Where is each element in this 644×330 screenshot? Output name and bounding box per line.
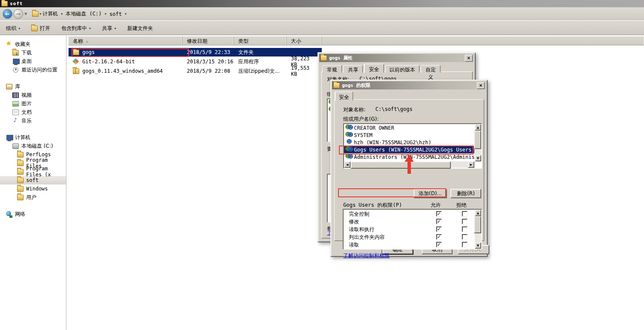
- sidebar-item-视频[interactable]: 视频: [0, 91, 66, 99]
- learn-acl-link[interactable]: 了解访问控制和权限: [343, 252, 389, 259]
- table-row-gogs_0.11.43_windows_amd64[interactable]: gogs_0.11.43_windows_amd642018/5/9 22:08…: [69, 67, 322, 75]
- scrollbar-thumb[interactable]: [474, 131, 481, 149]
- toolbar-item-3[interactable]: 共享▾: [102, 25, 116, 32]
- tab-安全[interactable]: 安全: [364, 64, 384, 73]
- close-icon[interactable]: ×: [465, 55, 473, 62]
- permission-row-完全控制: 完全控制✓: [344, 210, 474, 218]
- disk-icon: [12, 143, 19, 149]
- permission-entries-listbox: 完全控制✓修改✓读取和执行✓列出文件夹内容✓读取✓ ▲ ▼: [343, 209, 482, 250]
- allow-checkbox[interactable]: ✓: [436, 219, 442, 224]
- properties-dialog-titlebar[interactable]: gogs 属性: [319, 54, 474, 62]
- deny-checkbox[interactable]: [462, 219, 467, 224]
- sidebar-item-本地磁盘 (C:)[interactable]: 本地磁盘 (C:): [0, 142, 66, 150]
- table-row-gogs[interactable]: gogs2018/5/9 22:33文件夹: [69, 48, 322, 56]
- column-header-名称[interactable]: 名称▲: [69, 36, 183, 45]
- allow-checkbox[interactable]: ✓: [436, 211, 442, 217]
- chevron-down-icon[interactable]: ▾: [105, 12, 106, 16]
- sidebar-item-文档[interactable]: 文档: [0, 108, 66, 116]
- sidebar-group-1[interactable]: 库: [0, 82, 66, 91]
- sidebar-item-用户[interactable]: 用户: [0, 193, 66, 202]
- scroll-left-icon[interactable]: ◀: [344, 161, 350, 168]
- scroll-down-icon[interactable]: ▼: [475, 242, 481, 249]
- location-folder-icon: [32, 11, 39, 17]
- group-list-item[interactable]: Gogs Users (WIN-75SSMAL2UG2\Gogs Users): [344, 146, 474, 153]
- history-dropdown-icon[interactable]: ▼: [24, 12, 27, 16]
- sidebar-item-图片[interactable]: 图片: [0, 99, 66, 108]
- group-list-item-label: CREATOR OWNER: [354, 125, 394, 131]
- group-list-item-label: Gogs Users (WIN-75SSMAL2UG2\Gogs Users): [354, 147, 474, 153]
- allow-checkbox[interactable]: ✓: [436, 242, 442, 247]
- tab-自定义[interactable]: 自定义: [421, 65, 440, 73]
- scroll-up-icon[interactable]: ▲: [475, 210, 481, 216]
- add-button[interactable]: 添加(D)...: [413, 189, 447, 198]
- permission-row-读取: 读取✓: [344, 241, 474, 249]
- sidebar-item-label: 最近访问的位置: [21, 66, 57, 74]
- window-titlebar[interactable]: soft: [0, 0, 644, 7]
- tab-共享[interactable]: 共享: [343, 65, 363, 73]
- sidebar-group-3[interactable]: 网络: [0, 210, 66, 218]
- git-installer-icon: [73, 59, 79, 65]
- table-row-Git-2.16.2-64-bit[interactable]: Git-2.16.2-64-bit2018/3/15 20:16应用程序38,2…: [69, 57, 322, 66]
- remove-button[interactable]: 删除(R): [450, 189, 481, 198]
- sidebar-item-下载[interactable]: 下载: [0, 48, 66, 57]
- deny-checkbox[interactable]: [462, 234, 467, 240]
- deny-checkbox[interactable]: [462, 226, 467, 232]
- group-list-item[interactable]: hzh (WIN-75SSMAL2UG2\hzh): [344, 139, 474, 146]
- permission-row-修改: 修改✓: [344, 218, 474, 226]
- breadcrumb-item-0[interactable]: 计算机: [41, 9, 59, 18]
- sidebar-item-最近访问的位置[interactable]: 最近访问的位置: [0, 65, 66, 74]
- column-header-大小[interactable]: 大小: [287, 36, 322, 45]
- sidebar-group-label: 收藏夹: [15, 41, 30, 48]
- toolbar-item-1[interactable]: 打开: [31, 25, 50, 32]
- sidebar-item-Program Files (x[interactable]: Program Files (x: [0, 167, 66, 176]
- scroll-up-icon[interactable]: ▲: [475, 124, 481, 131]
- picture-icon: [12, 101, 19, 107]
- allow-checkbox[interactable]: ✓: [436, 234, 442, 240]
- toolbar-item-4[interactable]: 新建文件夹: [127, 25, 153, 32]
- scrollbar-thumb[interactable]: [350, 161, 451, 169]
- recent-places-icon: [12, 67, 19, 73]
- forward-button[interactable]: →: [13, 9, 23, 19]
- vertical-scrollbar[interactable]: ▲ ▼: [475, 210, 481, 249]
- command-toolbar: 组织▾打开包含到库中▾共享▾新建文件夹: [0, 21, 644, 35]
- group-list-item[interactable]: SYSTEM: [344, 131, 474, 139]
- permissions-dialog-titlebar[interactable]: gogs 的权限: [332, 81, 486, 89]
- group-list-item[interactable]: CREATOR OWNER: [344, 124, 474, 131]
- close-icon[interactable]: ×: [477, 82, 485, 89]
- sidebar-group-0[interactable]: 收藏夹: [0, 40, 66, 48]
- breadcrumb-item-2[interactable]: soft: [108, 10, 123, 18]
- scroll-down-icon[interactable]: ▼: [475, 155, 481, 161]
- sidebar-item-Windows[interactable]: Windows: [0, 184, 66, 193]
- toolbar-item-2[interactable]: 包含到库中▾: [61, 25, 91, 32]
- scroll-right-icon[interactable]: ▶: [468, 161, 474, 168]
- column-header-label: 名称: [73, 38, 83, 45]
- folder-icon: [17, 152, 24, 158]
- vertical-scrollbar[interactable]: ▲ ▼: [475, 124, 481, 161]
- folder-icon: [17, 169, 24, 175]
- zip-folder-icon: [73, 68, 79, 74]
- sidebar-group-2[interactable]: 计算机: [0, 133, 66, 142]
- chevron-down-icon[interactable]: ▾: [125, 12, 126, 16]
- column-header-类型[interactable]: 类型: [234, 36, 287, 45]
- properties-dialog-title: gogs 属性: [329, 55, 353, 61]
- window-title: soft: [10, 1, 23, 6]
- back-button[interactable]: ←: [3, 9, 12, 19]
- tab-security[interactable]: 安全: [335, 92, 353, 101]
- deny-checkbox[interactable]: [462, 211, 467, 217]
- sidebar-gap: [0, 202, 66, 210]
- group-user-listbox[interactable]: CREATOR OWNERSYSTEMhzh (WIN-75SSMAL2UG2\…: [343, 123, 482, 169]
- file-name: gogs_0.11.43_windows_amd64: [82, 68, 163, 74]
- deny-checkbox[interactable]: [462, 242, 467, 247]
- tab-以前的版本[interactable]: 以前的版本: [385, 65, 419, 73]
- column-header-label: 大小: [291, 38, 301, 45]
- sidebar-item-桌面[interactable]: 桌面: [0, 57, 66, 65]
- breadcrumb-item-1[interactable]: 本地磁盘 (C:): [64, 9, 103, 18]
- column-header-修改日期[interactable]: 修改日期: [183, 36, 234, 45]
- tab-常规[interactable]: 常规: [322, 65, 342, 73]
- user-group-icon: [345, 147, 352, 152]
- allow-checkbox[interactable]: ✓: [436, 226, 442, 232]
- sidebar-item-音乐[interactable]: 音乐: [0, 116, 66, 125]
- toolbar-item-0[interactable]: 组织▾: [6, 25, 20, 32]
- scrollbar-thumb[interactable]: [474, 216, 481, 233]
- chevron-down-icon[interactable]: ▾: [61, 12, 63, 16]
